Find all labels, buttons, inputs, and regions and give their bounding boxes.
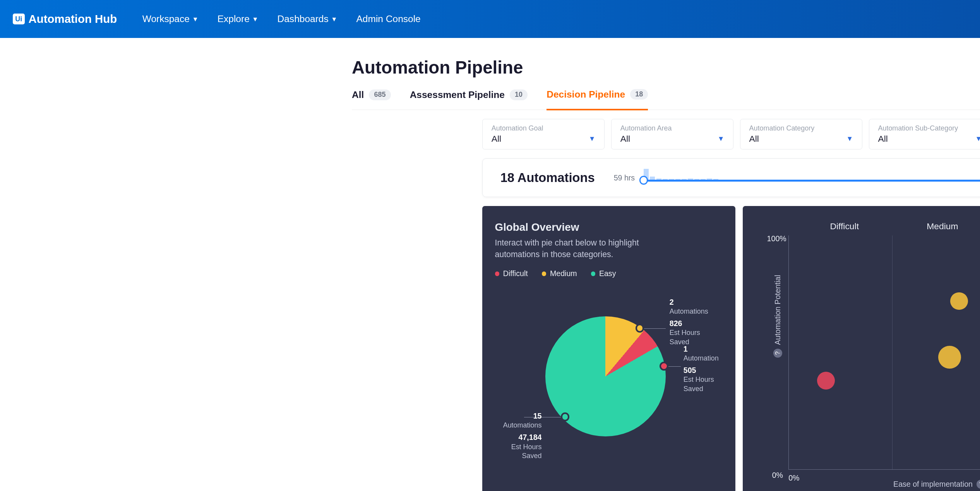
x-axis-label-group: Ease of implementation ? <box>893 480 980 489</box>
pie-node-easy[interactable] <box>561 412 570 421</box>
global-overview-title: Global Overview <box>495 221 723 233</box>
logo-text: Automation Hub <box>29 12 117 26</box>
tab-label: All <box>352 89 364 100</box>
legend-dot <box>591 271 595 276</box>
tab-assessment-pipeline[interactable]: Assessment Pipeline 10 <box>410 89 528 110</box>
nav-explore[interactable]: Explore▼ <box>218 14 259 24</box>
callout-easy: 15 Automations 47,184 Est Hours Saved <box>497 411 541 461</box>
chevron-down-icon: ▼ <box>589 135 596 143</box>
nav-admin-console[interactable]: Admin Console <box>356 14 421 24</box>
pipeline-tabs: All 685 Assessment Pipeline 10 Decision … <box>352 89 980 110</box>
pie-node-difficult[interactable] <box>660 362 668 371</box>
callout-medium: 2 Automations 826 Est Hours Saved <box>670 297 708 347</box>
callout-difficult: 1 Automation 505 Est Hours Saved <box>684 344 719 394</box>
filter-label: Automation Area <box>620 124 725 132</box>
bubble-medium[interactable] <box>950 292 968 310</box>
scatter-chart[interactable] <box>788 235 980 470</box>
legend-label: Difficult <box>503 269 528 278</box>
hours-range-slider[interactable] <box>644 170 980 185</box>
legend-item-difficult[interactable]: Difficult <box>495 269 528 278</box>
logo-badge: Ui <box>13 14 25 24</box>
automations-range-card: 18 Automations 59 hrs 9653 hrs <box>482 158 980 197</box>
nav-dashboards-label: Dashboards <box>278 14 329 24</box>
legend-dot <box>495 271 499 276</box>
filter-label: Automation Sub-Category <box>878 124 980 132</box>
filter-value: All <box>620 134 630 144</box>
scatter-panel: Difficult Medium Easy 100% ? Automation … <box>743 206 980 491</box>
tab-count: 10 <box>510 89 528 100</box>
y-axis-label: Automation Potential <box>773 275 782 345</box>
nav-explore-label: Explore <box>218 14 250 24</box>
slider-thumb-min[interactable] <box>639 176 648 185</box>
chevron-down-icon: ▼ <box>252 15 258 23</box>
filter-automation-category[interactable]: Automation CategoryAll▼ <box>740 119 863 149</box>
overview-pie-chart[interactable]: 2 Automations 826 Est Hours Saved 1 Auto… <box>545 316 666 437</box>
filter-automation-sub-category[interactable]: Automation Sub-CategoryAll▼ <box>869 119 980 149</box>
nav-workspace-label: Workspace <box>142 14 190 24</box>
filter-value: All <box>878 134 887 144</box>
scatter-column-headers: Difficult Medium Easy <box>796 221 980 232</box>
chevron-down-icon: ▼ <box>718 135 725 143</box>
automations-count: 18 Automations <box>500 170 595 185</box>
x-tick-0: 0% <box>788 474 799 489</box>
chevron-down-icon: ▼ <box>331 15 337 23</box>
y-axis-label-group: ? Automation Potential <box>773 275 782 358</box>
page-header: Automation Pipeline Save View Download C… <box>352 38 980 89</box>
tab-decision-pipeline[interactable]: Decision Pipeline 18 <box>547 89 648 110</box>
global-overview-panel: Global Overview Interact with pie chart … <box>482 206 735 491</box>
bubble-medium[interactable] <box>938 346 961 369</box>
tab-label: Assessment Pipeline <box>410 89 505 100</box>
filter-value: All <box>749 134 759 144</box>
range-min-label: 59 hrs <box>614 173 635 182</box>
legend-label: Medium <box>550 269 577 278</box>
logo[interactable]: Ui Automation Hub <box>13 12 117 26</box>
filter-value: All <box>492 134 501 144</box>
help-icon[interactable]: ? <box>977 480 980 489</box>
y-tick-100: 100% <box>767 234 786 243</box>
slider-histogram <box>644 169 980 180</box>
tab-count: 18 <box>630 89 648 100</box>
legend-item-easy[interactable]: Easy <box>591 269 616 278</box>
page-title: Automation Pipeline <box>352 58 980 78</box>
y-tick-0: 0% <box>772 471 783 480</box>
nav-dashboards[interactable]: Dashboards▼ <box>278 14 338 24</box>
filter-automation-goal[interactable]: Automation GoalAll▼ <box>482 119 605 149</box>
x-axis-label: Ease of implementation <box>893 480 973 489</box>
chevron-down-icon: ▼ <box>846 135 853 143</box>
chevron-down-icon: ▼ <box>975 135 980 143</box>
nav-admin-label: Admin Console <box>356 14 421 24</box>
global-overview-subtitle: Interact with pie chart below to highlig… <box>495 237 666 261</box>
legend-dot <box>542 271 546 276</box>
nav-workspace[interactable]: Workspace▼ <box>142 14 199 24</box>
top-nav: Ui Automation Hub Workspace▼ Explore▼ Da… <box>0 0 980 38</box>
scatter-header-difficult: Difficult <box>830 221 859 232</box>
nav-links: Workspace▼ Explore▼ Dashboards▼ Admin Co… <box>142 14 421 24</box>
overview-legend: DifficultMediumEasy <box>495 269 723 278</box>
bubble-difficult[interactable] <box>817 372 835 390</box>
filter-label: Automation Goal <box>492 124 596 132</box>
filter-automation-area[interactable]: Automation AreaAll▼ <box>611 119 734 149</box>
tab-count: 685 <box>369 89 391 100</box>
tab-label: Decision Pipeline <box>547 89 625 100</box>
legend-label: Easy <box>599 269 616 278</box>
help-icon[interactable]: ? <box>773 349 782 358</box>
scatter-header-medium: Medium <box>927 221 958 232</box>
tab-all[interactable]: All 685 <box>352 89 391 110</box>
filter-label: Automation Category <box>749 124 853 132</box>
filters-row: Automation GoalAll▼Automation AreaAll▼Au… <box>482 119 980 149</box>
chevron-down-icon: ▼ <box>192 15 198 23</box>
legend-item-medium[interactable]: Medium <box>542 269 577 278</box>
